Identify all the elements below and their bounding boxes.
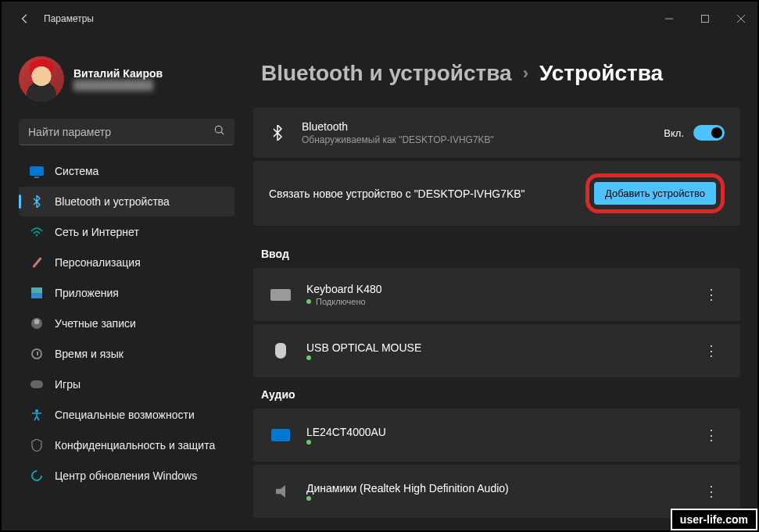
device-row[interactable]: Keyboard K480 Подключено ⋮	[253, 268, 740, 321]
search-input[interactable]	[28, 126, 214, 138]
bluetooth-icon	[30, 195, 44, 209]
device-name: LE24CT4000AU	[306, 426, 684, 438]
sidebar-item-apps[interactable]: Приложения	[19, 278, 235, 308]
sidebar-item-label: Приложения	[55, 287, 119, 299]
main-content: Bluetooth и устройства › Устройства Blue…	[242, 37, 759, 532]
device-status: Подключено	[316, 297, 366, 306]
sidebar-item-label: Персонализация	[55, 256, 141, 269]
monitor-icon	[271, 429, 290, 441]
search-box[interactable]	[19, 119, 235, 145]
sidebar-item-label: Конфиденциальность и защита	[55, 439, 215, 452]
nav: Система Bluetooth и устройства Сеть и Ин…	[14, 156, 239, 491]
profile-block[interactable]: Виталий Каиров ████████████	[14, 44, 239, 116]
status-dot-icon	[306, 355, 311, 360]
search-icon	[214, 125, 225, 138]
sidebar-item-label: Bluetooth и устройства	[55, 195, 170, 208]
sidebar-item-accounts[interactable]: Учетные записи	[19, 309, 235, 338]
profile-email: ████████████	[73, 80, 163, 91]
breadcrumb: Bluetooth и устройства › Устройства	[253, 61, 740, 86]
sidebar-item-label: Игры	[55, 378, 81, 391]
sidebar-item-label: Учетные записи	[55, 317, 136, 330]
watermark: user-life.com	[671, 509, 757, 530]
sidebar-item-accessibility[interactable]: Специальные возможности	[19, 400, 235, 430]
sidebar-item-label: Система	[55, 165, 98, 177]
device-name: USB OPTICAL MOUSE	[306, 341, 684, 354]
system-icon	[30, 166, 44, 176]
apps-icon	[31, 287, 42, 298]
sidebar-item-privacy[interactable]: Конфиденциальность и защита	[19, 430, 235, 460]
back-button[interactable]	[13, 6, 38, 31]
mouse-icon	[275, 343, 286, 359]
sidebar-item-label: Центр обновления Windows	[55, 470, 197, 482]
avatar	[19, 56, 64, 102]
close-button[interactable]	[723, 6, 759, 31]
section-title-input: Ввод	[261, 248, 740, 260]
device-row[interactable]: USB OPTICAL MOUSE ⋮	[253, 324, 740, 377]
device-row[interactable]: LE24CT4000AU ⋮	[253, 409, 740, 462]
sidebar-item-update[interactable]: Центр обновления Windows	[19, 461, 235, 491]
add-device-highlight: Добавить устройство	[585, 173, 725, 213]
status-dot-icon	[306, 440, 311, 445]
svg-rect-1	[702, 16, 709, 23]
more-button[interactable]: ⋮	[700, 427, 723, 444]
svg-line-3	[221, 132, 224, 134]
account-icon	[31, 318, 42, 329]
status-dot-icon	[306, 299, 311, 304]
bluetooth-card: Bluetooth Обнаруживаемый как "DESKTOP-IV…	[253, 108, 740, 158]
bluetooth-icon	[269, 124, 286, 141]
chevron-right-icon: ›	[523, 63, 528, 84]
pair-text: Связать новое устройство с "DESKTOP-IVHG…	[269, 187, 570, 200]
clock-icon	[31, 348, 42, 359]
brush-icon	[32, 257, 42, 268]
sidebar-item-bluetooth[interactable]: Bluetooth и устройства	[19, 187, 235, 216]
maximize-button[interactable]	[687, 6, 723, 31]
toggle-label: Вкл.	[664, 127, 684, 139]
breadcrumb-parent[interactable]: Bluetooth и устройства	[261, 61, 512, 86]
sidebar-item-time[interactable]: Время и язык	[19, 339, 235, 369]
bluetooth-toggle[interactable]	[693, 125, 725, 141]
add-device-button[interactable]: Добавить устройство	[594, 182, 716, 205]
sidebar-item-games[interactable]: Игры	[19, 370, 235, 399]
gamepad-icon	[30, 380, 43, 388]
shield-icon	[30, 438, 44, 452]
section-title-audio: Аудио	[261, 388, 740, 401]
arrow-left-icon	[20, 13, 30, 24]
device-name: Keyboard K480	[306, 283, 684, 295]
sidebar-item-personalization[interactable]: Персонализация	[19, 248, 235, 277]
minimize-button[interactable]	[651, 6, 687, 31]
bluetooth-subtitle: Обнаруживаемый как "DESKTOP-IVHG7KB"	[302, 134, 648, 145]
pair-card: Связать новое устройство с "DESKTOP-IVHG…	[253, 161, 740, 226]
bluetooth-title: Bluetooth	[302, 120, 648, 133]
titlebar: Параметры	[0, 0, 759, 37]
svg-point-5	[35, 409, 38, 412]
status-dot-icon	[306, 496, 311, 501]
page-title: Устройства	[539, 61, 663, 86]
sidebar-item-label: Время и язык	[55, 348, 124, 360]
svg-point-4	[36, 234, 38, 236]
update-icon	[29, 468, 45, 484]
device-row[interactable]: Динамики (Realtek High Definition Audio)…	[253, 465, 740, 518]
sidebar-item-label: Сеть и Интернет	[55, 226, 139, 238]
sidebar-item-system[interactable]: Система	[19, 156, 235, 186]
speaker-icon	[276, 485, 285, 498]
more-button[interactable]: ⋮	[700, 286, 723, 303]
sidebar-item-network[interactable]: Сеть и Интернет	[19, 217, 235, 247]
keyboard-icon	[270, 289, 291, 301]
profile-name: Виталий Каиров	[73, 67, 163, 80]
more-button[interactable]: ⋮	[700, 342, 723, 359]
accessibility-icon	[30, 408, 44, 422]
app-title: Параметры	[44, 13, 94, 24]
sidebar: Виталий Каиров ████████████ Система Blue…	[0, 37, 242, 532]
device-name: Динамики (Realtek High Definition Audio)	[306, 482, 684, 495]
window-controls	[651, 6, 759, 31]
wifi-icon	[30, 225, 44, 239]
more-button[interactable]: ⋮	[700, 483, 723, 500]
svg-point-2	[215, 126, 222, 133]
sidebar-item-label: Специальные возможности	[55, 409, 195, 421]
